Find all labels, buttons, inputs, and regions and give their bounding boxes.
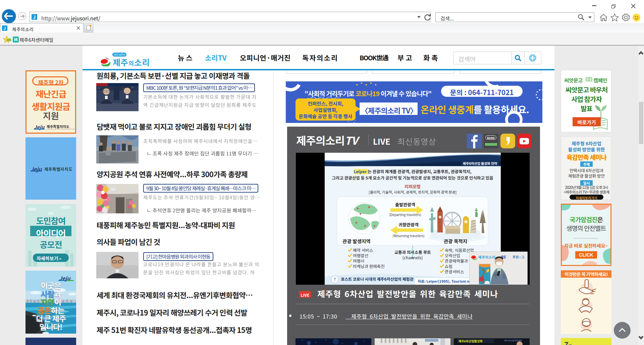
svg-text:리퍼모형: 리퍼모형 [405,183,421,190]
svg-text:관광 발생지역: 관광 발생지역 [342,237,370,245]
svg-text:Leiper 는 관광의 체계를 관광객, 관광발생지, 교: Leiper 는 관광의 체계를 관광객, 관광발생지, 교통루트, 관광목적지… [354,168,472,175]
svg-text:귀향관광객: 귀향관광객 [398,221,419,228]
svg-text:그리고 관광산업 등 5개 요소가 공간적 및 기능적으로: 그리고 관광산업 등 5개 요소가 공간적 및 기능적으로 상호 연관되어 있는… [332,175,493,181]
svg-text:7: 7 [334,276,336,282]
svg-text:출발관광객: 출발관광객 [395,201,415,208]
svg-text:관광 목적지: 관광 목적지 [444,237,467,245]
svg-text:(Returning travelers): (Returning travelers) [392,233,424,238]
svg-text:후원 : 그: 후원 : 그 [513,254,524,259]
svg-text:관광서비스: 관광서비스 [445,268,464,275]
svg-text:(channels): (channels) [402,254,423,261]
svg-text:제주의소리: 제주의소리 [478,255,495,260]
svg-text:마케닝과 판매촉진: 마케닝과 판매촉진 [353,263,385,269]
svg-text:(Departing travelers): (Departing travelers) [389,212,421,217]
svg-text:제주6차산업 활성화 전략: 제주6차산업 활성화 전략 [463,161,497,166]
svg-text:[물리적, 기술적, 사회적, 경제적, 정치적, 문화적: [물리적, 기술적, 사회적, 경제적, 정치적, 문화적 광역 환경] [369,189,457,195]
svg-text:제주6차산업활성화: 제주6차산업활성화 [459,339,483,343]
svg-text:포스트 코로나 시대의 제주6차산업의 체험관: 포스트 코로나 시대의 제주6차산업의 체험관 [341,276,414,282]
